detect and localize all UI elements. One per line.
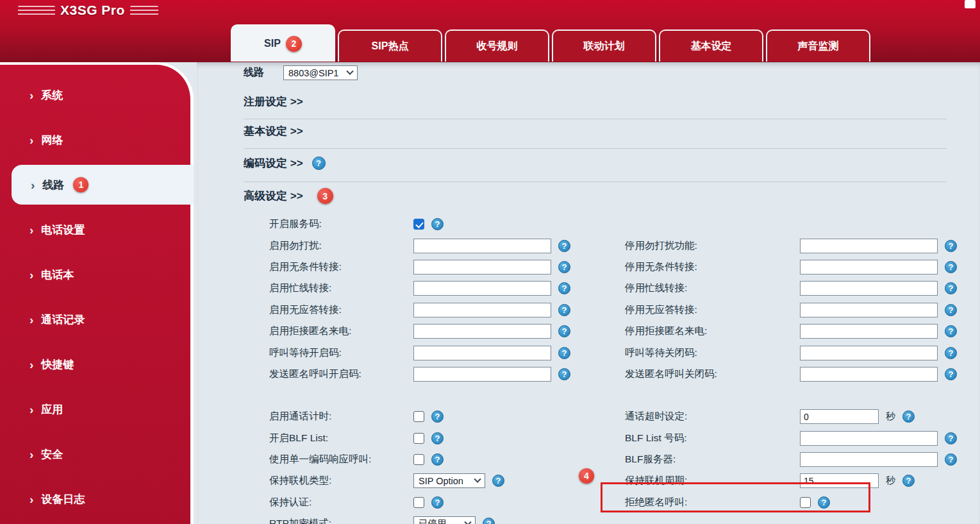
keep-auth-checkbox[interactable] bbox=[413, 497, 424, 508]
keepalive-type-value: SIP Option bbox=[419, 476, 463, 486]
help-icon[interactable]: ? bbox=[431, 496, 444, 509]
sidebar-item-label: 安全 bbox=[41, 447, 63, 462]
enable-dnd-input[interactable] bbox=[413, 239, 551, 253]
enable-busy-forward-input[interactable] bbox=[413, 281, 551, 296]
field-label: 启用忙线转接: bbox=[269, 282, 413, 295]
scrollbar-thumb[interactable] bbox=[965, 0, 976, 8]
help-icon[interactable]: ? bbox=[558, 368, 570, 380]
sidebar-item-label: 系统 bbox=[41, 88, 63, 103]
field-label: 保持联机类型: bbox=[269, 474, 413, 487]
help-icon[interactable]: ? bbox=[945, 282, 957, 294]
help-icon[interactable]: ? bbox=[492, 475, 504, 487]
sidebar-item-device-log[interactable]: › 设备日志 bbox=[0, 477, 190, 521]
tab-dial-plan[interactable]: 收号规则 bbox=[445, 30, 549, 62]
disable-dnd-input[interactable] bbox=[800, 239, 938, 253]
logo-text: X3SG Pro bbox=[60, 3, 125, 18]
help-icon[interactable]: ? bbox=[483, 518, 495, 524]
reject-anonymous-call-checkbox[interactable] bbox=[800, 497, 811, 508]
call-waiting-off-input[interactable] bbox=[800, 346, 938, 360]
section-advanced-settings[interactable]: 高级设定 >> 3 bbox=[244, 188, 333, 204]
help-icon[interactable]: ? bbox=[902, 475, 915, 487]
help-icon[interactable]: ? bbox=[558, 282, 570, 294]
field-label: 发送匿名呼叫开启码: bbox=[269, 368, 413, 381]
anonymous-call-off-input[interactable] bbox=[800, 367, 938, 382]
sidebar-item-network[interactable]: › 网络 bbox=[0, 117, 190, 162]
field-label: 启用无条件转接: bbox=[269, 260, 413, 274]
chevron-right-icon: › bbox=[29, 403, 33, 416]
tab-action-plan[interactable]: 联动计划 bbox=[552, 30, 656, 62]
help-icon[interactable]: ? bbox=[945, 304, 957, 316]
sidebar-item-application[interactable]: › 应用 bbox=[0, 387, 190, 432]
help-icon[interactable]: ? bbox=[431, 410, 444, 423]
section-title: 基本设定 >> bbox=[244, 124, 303, 139]
help-icon[interactable]: ? bbox=[312, 156, 326, 170]
chevron-right-icon: › bbox=[29, 493, 33, 505]
field-label: 呼叫等待开启码: bbox=[269, 346, 413, 360]
sidebar-item-security[interactable]: › 安全 bbox=[0, 432, 190, 477]
help-icon[interactable]: ? bbox=[945, 261, 957, 273]
sidebar-item-label: 通话记录 bbox=[41, 312, 85, 327]
help-icon[interactable]: ? bbox=[818, 496, 830, 509]
sidebar-item-label: 电话本 bbox=[41, 267, 74, 282]
help-icon[interactable]: ? bbox=[945, 347, 957, 359]
section-basic-settings[interactable]: 基本设定 >> bbox=[244, 124, 303, 139]
sidebar-item-call-log[interactable]: › 通话记录 bbox=[0, 297, 190, 342]
step-badge-1: 1 bbox=[73, 177, 88, 192]
rtp-encryption-value: 已停用 bbox=[419, 518, 447, 524]
chevron-right-icon: › bbox=[31, 179, 35, 191]
blf-server-input[interactable] bbox=[800, 452, 938, 467]
advanced-form-group-2: 启用通话计时: ? 通话超时设定: 秒 ? 开启BLF List: ? BLF … bbox=[269, 406, 960, 524]
sidebar-item-phonebook[interactable]: › 电话本 bbox=[0, 252, 190, 297]
field-label: 启用拒接匿名来电: bbox=[269, 325, 413, 338]
help-icon[interactable]: ? bbox=[558, 347, 570, 359]
service-code-checkbox[interactable] bbox=[413, 219, 424, 230]
help-icon[interactable]: ? bbox=[558, 261, 570, 273]
help-icon[interactable]: ? bbox=[558, 304, 570, 316]
section-title: 高级设定 >> bbox=[244, 189, 303, 203]
anonymous-call-on-input[interactable] bbox=[413, 367, 551, 382]
sidebar-item-phone-settings[interactable]: › 电话设置 bbox=[0, 207, 190, 252]
sidebar-item-system[interactable]: › 系统 bbox=[0, 72, 190, 117]
help-icon[interactable]: ? bbox=[945, 325, 957, 337]
help-icon[interactable]: ? bbox=[431, 218, 444, 230]
enable-uncond-forward-input[interactable] bbox=[413, 260, 551, 275]
line-select[interactable]: 8803@SIP1 bbox=[283, 65, 358, 80]
call-timeout-input[interactable] bbox=[800, 409, 879, 424]
tab-audio-monitor[interactable]: 声音监测 bbox=[766, 30, 870, 62]
enable-reject-anonymous-input[interactable] bbox=[413, 324, 551, 339]
enable-noanswer-forward-input[interactable] bbox=[413, 303, 551, 317]
blf-list-number-input[interactable] bbox=[800, 431, 938, 446]
blf-list-checkbox[interactable] bbox=[413, 433, 424, 444]
help-icon[interactable]: ? bbox=[945, 453, 957, 466]
tab-sip[interactable]: SIP 2 bbox=[231, 24, 335, 62]
disable-reject-anonymous-input[interactable] bbox=[800, 324, 938, 339]
chevron-right-icon: › bbox=[29, 224, 33, 236]
tab-sip-hotspot[interactable]: SIP热点 bbox=[338, 30, 442, 62]
keepalive-type-select[interactable]: SIP Option bbox=[413, 473, 485, 488]
sidebar-item-line[interactable]: › 线路 1 bbox=[12, 165, 194, 205]
help-icon[interactable]: ? bbox=[431, 432, 444, 444]
help-icon[interactable]: ? bbox=[945, 368, 957, 380]
help-icon[interactable]: ? bbox=[558, 240, 570, 252]
section-codec-settings[interactable]: 编码设定 >> ? bbox=[244, 156, 326, 171]
sidebar-item-function-key[interactable]: › 快捷键 bbox=[0, 342, 190, 387]
tab-basic-settings[interactable]: 基本设定 bbox=[659, 30, 763, 62]
chevron-right-icon: › bbox=[29, 134, 33, 146]
help-icon[interactable]: ? bbox=[945, 240, 957, 252]
help-icon[interactable]: ? bbox=[945, 432, 957, 444]
keepalive-period-input[interactable] bbox=[800, 473, 879, 488]
page: X3SG Pro SIP 2 SIP热点 收号规则 联动计划 基本设定 声音监 bbox=[0, 0, 980, 524]
help-icon[interactable]: ? bbox=[431, 453, 444, 466]
call-waiting-on-input[interactable] bbox=[413, 346, 551, 360]
call-timer-checkbox[interactable] bbox=[413, 411, 424, 422]
field-label: 启用通话计时: bbox=[269, 410, 413, 423]
help-icon[interactable]: ? bbox=[558, 325, 570, 337]
disable-busy-forward-input[interactable] bbox=[800, 281, 938, 296]
section-register-settings[interactable]: 注册设定 >> bbox=[244, 94, 303, 109]
rtp-encryption-select[interactable]: 已停用 bbox=[413, 516, 476, 524]
single-codec-checkbox[interactable] bbox=[413, 454, 424, 465]
help-icon[interactable]: ? bbox=[902, 410, 915, 423]
disable-noanswer-forward-input[interactable] bbox=[800, 303, 938, 317]
disable-uncond-forward-input[interactable] bbox=[800, 260, 938, 275]
field-label: 停用拒接匿名来电: bbox=[625, 325, 800, 338]
